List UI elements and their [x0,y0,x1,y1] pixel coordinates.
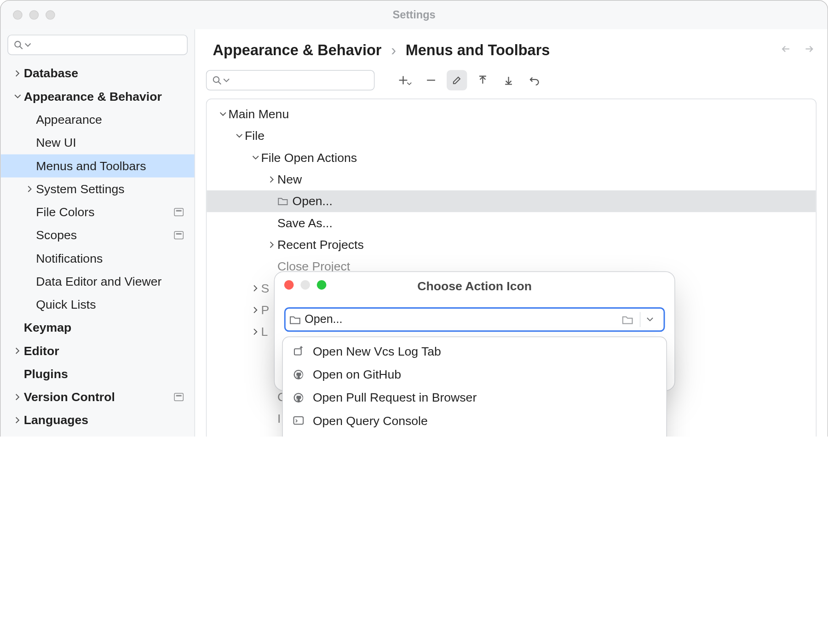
chevron-down-icon [235,132,243,139]
breadcrumb-separator: › [391,41,396,59]
dropdown-item[interactable]: Open New Vcs Log Tab [283,340,667,363]
sidebar-item-version-control[interactable]: Version Control [7,385,188,408]
sidebar-item-label: Languages [24,413,184,427]
settings-window: Settings DatabaseAppearance & BehaviorAp… [0,0,828,437]
dialog-window-controls [284,280,327,290]
sidebar-item-notifications[interactable]: Notifications [7,247,188,270]
icon-suggestions-dropdown: Open New Vcs Log TabOpen on GitHubOpen P… [282,337,667,437]
dialog-minimize-button[interactable] [300,280,310,290]
dropdown-item[interactable]: Open Query Execution Settings... [283,432,667,437]
actions-search-input[interactable] [232,75,368,86]
dropdown-item-label: Open Pull Request in Browser [313,391,477,405]
folder-icon [290,315,301,325]
sidebar-item-menus-and-toolbars[interactable]: Menus and Toolbars [0,155,194,178]
sidebar-item-editor[interactable]: Editor [7,339,188,362]
icon-path-combo[interactable]: Open... [284,307,665,332]
sidebar-item-label: System Settings [36,182,184,196]
window-minimize-button[interactable] [29,10,39,20]
tree-row[interactable]: Open... [207,190,816,212]
chevron-down-icon [14,93,22,100]
tree-row-label: File Open Actions [261,150,357,165]
combo-dropdown-button[interactable] [640,309,659,330]
scope-badge-icon [174,208,184,216]
sidebar-item-label: New UI [36,136,184,150]
tree-row[interactable]: Recent Projects [207,234,816,255]
github-icon [293,392,305,403]
dialog-close-button[interactable] [284,280,294,290]
tree-row-label: Recent Projects [277,238,364,252]
move-up-button[interactable] [472,70,493,90]
add-button[interactable] [395,70,415,90]
browse-icon[interactable] [622,315,633,325]
sidebar-item-quick-lists[interactable]: Quick Lists [7,293,188,316]
sidebar-item-database[interactable]: Database [7,62,188,85]
back-icon[interactable] [780,44,791,54]
tree-row-label: New [277,172,302,187]
actions-search[interactable] [206,70,375,90]
settings-search[interactable] [7,34,188,55]
dropdown-item-label: Open Query Console [313,414,428,428]
console-icon [293,415,305,426]
breadcrumb: Appearance & Behavior › Menus and Toolba… [195,29,828,66]
dropdown-item[interactable]: Open Pull Request in Browser [283,386,667,409]
sidebar-item-languages[interactable]: Languages [7,408,188,431]
icon-path-value: Open... [305,313,618,327]
tree-row-label: Save As... [277,216,333,230]
move-up-icon [478,75,488,85]
sidebar-item-system-settings[interactable]: System Settings [7,178,188,201]
settings-tree: DatabaseAppearance & BehaviorAppearanceN… [7,62,188,437]
github-icon [293,369,305,380]
revert-button[interactable] [524,70,545,90]
sidebar-item-tools[interactable]: Tools [7,432,188,437]
breadcrumb-a[interactable]: Appearance & Behavior [213,41,382,59]
dropdown-item-label: Open on GitHub [313,368,401,382]
sidebar-item-file-colors[interactable]: File Colors [7,201,188,224]
chevron-right-icon [14,416,21,425]
sidebar-item-label: Scopes [36,228,170,242]
window-zoom-button[interactable] [46,10,55,20]
sidebar-item-appearance-behavior[interactable]: Appearance & Behavior [7,85,188,108]
chevron-down-icon [24,42,31,48]
sidebar-item-appearance[interactable]: Appearance [7,108,188,131]
sidebar-item-data-editor-and-viewer[interactable]: Data Editor and Viewer [7,270,188,293]
sidebar-item-label: Notifications [36,251,184,265]
undo-icon [529,75,539,85]
chevron-right-icon [14,347,21,355]
search-icon [212,75,222,85]
scope-badge-icon [174,393,184,401]
tree-row[interactable]: Main Menu [207,104,816,125]
forward-icon[interactable] [804,44,815,54]
dropdown-item[interactable]: Open on GitHub [283,363,667,386]
remove-button[interactable] [421,70,441,90]
sidebar-item-keymap[interactable]: Keymap [7,316,188,339]
sidebar-item-label: Quick Lists [36,298,184,312]
breadcrumb-nav [780,44,815,54]
scope-badge-icon [174,231,184,240]
sidebar-item-label: Appearance [36,113,184,127]
dropdown-item[interactable]: Open Query Console [283,409,667,432]
dialog-title: Choose Action Icon [275,272,674,300]
sidebar-item-label: Editor [24,344,184,358]
breadcrumb-b: Menus and Toolbars [406,41,550,59]
move-down-button[interactable] [498,70,518,90]
sidebar-item-label: Keymap [24,321,184,335]
chevron-right-icon [252,328,259,336]
dropdown-item-label: Open New Vcs Log Tab [313,345,441,359]
sidebar-item-plugins[interactable]: Plugins [7,362,188,385]
settings-search-input[interactable] [34,39,182,52]
sidebar-item-scopes[interactable]: Scopes [7,224,188,247]
tree-row[interactable]: File Open Actions [207,147,816,168]
edit-icon-button[interactable] [447,70,467,90]
newtab-icon [293,346,305,357]
chevron-right-icon [269,241,276,249]
tree-row[interactable]: New [207,169,816,190]
tree-row[interactable]: File [207,125,816,147]
chevron-right-icon [27,185,34,193]
sidebar-item-new-ui[interactable]: New UI [7,131,188,154]
tree-row[interactable]: Save As... [207,212,816,234]
titlebar: Settings [0,0,827,29]
window-close-button[interactable] [13,10,23,20]
chevron-down-icon [252,155,260,161]
dialog-zoom-button[interactable] [317,280,327,290]
search-icon [14,40,23,50]
